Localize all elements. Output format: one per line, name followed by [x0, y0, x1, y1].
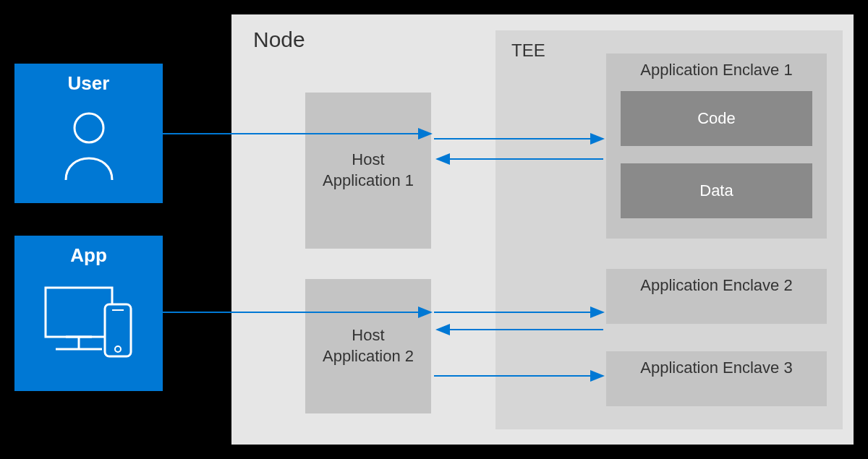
host1-line1: Host	[323, 150, 414, 171]
app-block: App	[14, 236, 163, 391]
application-enclave-1: Application Enclave 1 Code Data	[606, 53, 827, 239]
host-application-2: Host Application 2	[305, 279, 431, 413]
svg-point-0	[75, 113, 103, 142]
svg-rect-5	[105, 304, 131, 356]
enclave3-title: Application Enclave 3	[640, 359, 792, 377]
tee-label: TEE	[511, 40, 545, 61]
app-title: App	[14, 244, 163, 267]
user-block: User	[14, 64, 163, 203]
user-icon	[14, 108, 163, 183]
user-title: User	[14, 72, 163, 95]
enclave1-title: Application Enclave 1	[606, 61, 827, 80]
app-devices-icon	[14, 277, 163, 364]
host-application-1: Host Application 1	[305, 93, 431, 249]
application-enclave-3: Application Enclave 3	[606, 351, 827, 406]
host1-line2: Application 1	[323, 171, 414, 192]
enclave1-data: Data	[621, 163, 812, 218]
svg-rect-1	[46, 288, 112, 337]
enclave2-title: Application Enclave 2	[640, 276, 792, 295]
enclave1-code: Code	[621, 91, 812, 146]
host2-line2: Application 2	[323, 346, 414, 367]
host2-line1: Host	[323, 325, 414, 346]
application-enclave-2: Application Enclave 2	[606, 269, 827, 324]
node-label: Node	[253, 27, 305, 52]
